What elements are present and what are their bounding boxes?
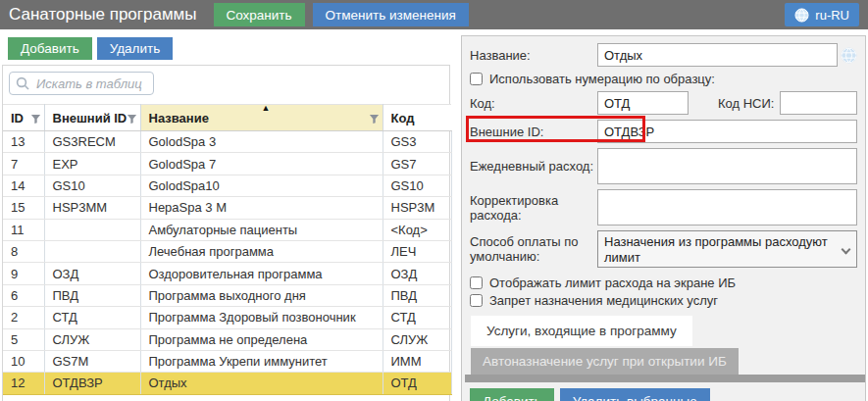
expense-correction-input[interactable] — [597, 189, 857, 226]
table-cell: 5 — [3, 328, 44, 350]
daily-expense-input[interactable] — [597, 148, 857, 184]
table-row[interactable]: 8Лечебная программаЛЕЧ — [3, 240, 451, 262]
table-cell: Отдых — [140, 373, 383, 394]
table-row[interactable]: 6ПВДПрограмма выходного дняПВД — [3, 284, 451, 306]
external-id-input[interactable] — [597, 120, 857, 143]
table-cell: ПВД — [44, 284, 140, 306]
payment-method-select[interactable]: Назначения из программы расходуют лимит — [597, 230, 857, 268]
expense-correction-label: Корректировка расхода: — [470, 193, 597, 223]
table-cell: Программа выходного дня — [140, 284, 383, 306]
table-body: 13GS3RECMGolodSpa 3GS37EXPGolodSpa 7GS71… — [3, 131, 451, 395]
globe-icon — [794, 8, 809, 23]
column-header-id[interactable]: ID — [3, 105, 44, 131]
external-id-label: Внешние ID: — [470, 125, 597, 139]
list-toolbar: Добавить Удалить — [0, 29, 453, 60]
expense-correction-row: Корректировка расхода: — [470, 189, 857, 226]
nsi-code-input[interactable] — [780, 91, 857, 115]
table-row[interactable]: 12ОТДВЗРОтдыхОТД — [3, 373, 451, 394]
table-cell: 10 — [3, 350, 44, 372]
forbid-checkbox-row: Запрет назначения медицинских услуг — [470, 293, 857, 308]
table-cell: СЛУЖ — [44, 328, 140, 350]
table-cell: HepaSpa 3 M — [140, 197, 383, 219]
delete-program-button[interactable]: Удалить — [97, 37, 174, 60]
table-cell: Программа Укрепи иммунитет — [140, 350, 383, 372]
numbering-checkbox[interactable] — [470, 73, 483, 85]
program-details-panel: Название: Использовать нумерацию по обра… — [461, 35, 866, 401]
tab-services-in-program[interactable]: Услуги, входящие в программу — [471, 316, 692, 346]
add-program-button[interactable]: Добавить — [8, 37, 92, 60]
cancel-changes-button[interactable]: Отменить изменения — [313, 3, 469, 26]
external-id-row: Внешние ID: — [470, 120, 857, 143]
programs-table-container: ID Внешний ID ▲ — [2, 65, 450, 401]
column-header-name[interactable]: ▲ Название — [140, 105, 383, 131]
table-cell: ЛЕЧ — [383, 240, 451, 262]
table-header-row: ID Внешний ID ▲ — [3, 105, 451, 131]
tab-content-strip — [465, 375, 865, 382]
table-search-row — [3, 66, 449, 101]
table-cell: <Код> — [383, 219, 451, 240]
table-cell: ОТД — [383, 373, 451, 394]
table-row[interactable]: 2СТДПрограмма Здоровый позвоночникСТД — [3, 307, 451, 328]
tab-auto-assign-services[interactable]: Автоназначение услуг при открытии ИБ — [471, 348, 739, 375]
table-cell: 7 — [3, 153, 44, 175]
table-cell: ИММ — [383, 350, 451, 372]
sort-asc-icon: ▲ — [262, 105, 271, 114]
table-cell: 12 — [3, 373, 44, 394]
table-cell: ПВД — [383, 284, 451, 306]
table-cell: СЛУЖ — [383, 328, 451, 350]
nsi-code-label: Код НСИ: — [718, 96, 774, 111]
payment-method-value: Назначения из программы расходуют лимит — [604, 234, 828, 265]
show-limit-checkbox[interactable] — [470, 276, 483, 289]
save-button[interactable]: Сохранить — [214, 3, 305, 26]
search-input[interactable] — [9, 72, 154, 95]
column-header-external-id[interactable]: Внешний ID — [44, 105, 140, 131]
chevron-down-icon — [842, 245, 851, 255]
delete-selected-services-button[interactable]: Удалить выбранные — [560, 388, 710, 401]
table-cell: Программа Здоровый позвоночник — [140, 307, 383, 328]
table-row[interactable]: 5СЛУЖПрограмма не определенаСЛУЖ — [3, 328, 451, 350]
table-cell: СТД — [44, 307, 140, 328]
numbering-checkbox-row: Использовать нумерацию по образцу: — [470, 72, 857, 86]
table-row[interactable]: 13GS3RECMGolodSpa 3GS3 — [3, 131, 451, 153]
name-input[interactable] — [597, 43, 838, 67]
table-cell: GolodSpa 7 — [140, 153, 383, 175]
table-cell: ОЗД — [383, 263, 451, 284]
table-row[interactable]: 10GS7MПрограмма Укрепи иммунитетИММ — [3, 350, 451, 372]
table-cell — [44, 219, 140, 240]
name-row: Название: — [470, 43, 857, 67]
table-cell: GS3RECM — [44, 131, 140, 153]
programs-list-panel: Добавить Удалить ID — [0, 29, 453, 401]
table-row[interactable]: 11Амбулаторные пациенты<Код> — [3, 219, 451, 240]
table-cell: Программа не определена — [140, 328, 383, 350]
table-cell: GS7M — [44, 350, 140, 372]
programs-table: ID Внешний ID ▲ — [3, 104, 452, 395]
table-cell: СТД — [383, 307, 451, 328]
code-input[interactable] — [597, 91, 689, 115]
table-cell: Оздоровительная программа — [140, 263, 383, 284]
table-cell: HSP3M — [383, 197, 451, 219]
column-header-code[interactable]: Код — [383, 105, 451, 131]
table-row[interactable]: 9ОЗДОздоровительная программаОЗД — [3, 263, 451, 284]
table-cell: Амбулаторные пациенты — [140, 219, 383, 240]
table-row[interactable]: 7EXPGolodSpa 7GS7 — [3, 153, 451, 175]
locale-selector[interactable]: ru-RU — [785, 3, 859, 26]
table-cell: GS7 — [383, 153, 451, 175]
code-row: Код: Код НСИ: — [470, 91, 857, 115]
filter-icon[interactable] — [30, 113, 41, 127]
services-toolbar: Добавить Удалить выбранные — [470, 388, 857, 401]
table-cell: 15 — [3, 197, 44, 219]
table-cell: GolodSpa 3 — [140, 131, 383, 153]
show-limit-checkbox-label: Отображать лимит расхода на экране ИБ — [489, 276, 736, 290]
page-title: Санаторные программы — [9, 5, 197, 25]
forbid-services-checkbox[interactable] — [470, 294, 483, 307]
filter-icon[interactable] — [127, 113, 137, 127]
filter-icon[interactable] — [369, 113, 380, 127]
table-row[interactable]: 14GS10GolodSpa10GS10 — [3, 175, 451, 196]
numbering-checkbox-label: Использовать нумерацию по образцу: — [489, 72, 715, 86]
payment-method-label: Способ оплаты по умолчанию: — [470, 234, 597, 264]
table-cell: Лечебная программа — [140, 240, 383, 262]
translate-globe-icon[interactable] — [841, 47, 857, 64]
table-row[interactable]: 15HSP3MMHepaSpa 3 MHSP3M — [3, 197, 451, 219]
add-service-button[interactable]: Добавить — [470, 388, 554, 401]
main-content: Добавить Удалить ID — [0, 29, 868, 401]
